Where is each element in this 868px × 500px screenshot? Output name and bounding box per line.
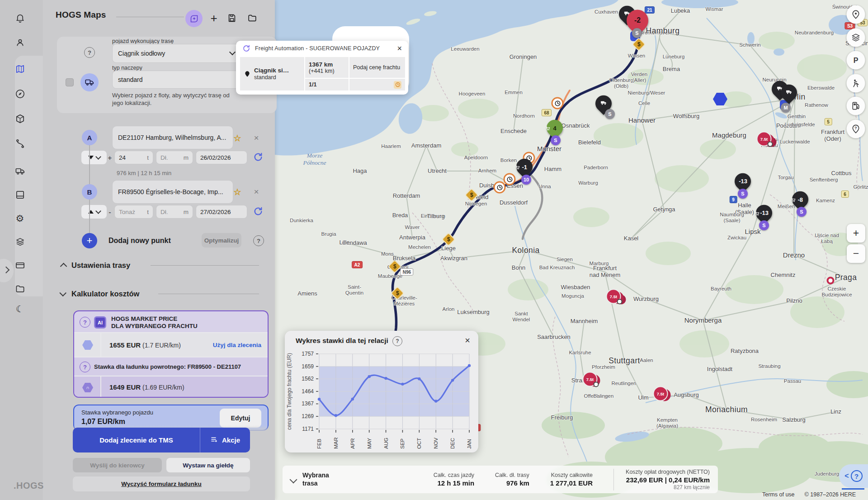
sidebar-item-truck[interactable]	[10, 161, 30, 181]
zoom-in-button[interactable]: +	[847, 224, 865, 243]
star-icon[interactable]: ☆	[233, 187, 241, 197]
edit-rate-button[interactable]: Edytuj	[220, 409, 261, 428]
point-b-input[interactable]: FR89500 Égriselles-le-Bocage, Imp...	[112, 180, 233, 204]
add-point-label[interactable]: Dodaj nowy punkt	[108, 237, 171, 245]
moon-icon: ☾	[16, 304, 24, 314]
map-status-badge[interactable]: 10	[521, 175, 531, 185]
map-status-badge[interactable]: S	[797, 207, 807, 217]
map-city-label: Moguncja	[561, 293, 584, 299]
sidebar-item-moon[interactable]: ☾	[10, 299, 30, 319]
point-a-date-field[interactable]: 26/02/2026	[196, 151, 247, 164]
remove-point-a-icon[interactable]: ×	[254, 133, 259, 143]
map-restriction-marker[interactable]: 7.5t	[583, 372, 598, 387]
refresh-icon[interactable]	[242, 44, 250, 52]
remove-point-b-icon[interactable]: ×	[254, 187, 259, 197]
map-help-widget[interactable]: < ?	[839, 464, 868, 488]
market-help-icon[interactable]: ?	[80, 317, 90, 328]
map-control-fuel[interactable]	[847, 97, 865, 115]
ai-assistant-button[interactable]	[185, 10, 203, 27]
sidebar-item-bell[interactable]	[10, 8, 30, 28]
return-help-icon[interactable]: ?	[80, 362, 90, 372]
chevron-down-icon	[59, 290, 66, 297]
map-city-label: Wurzburg	[633, 296, 659, 303]
road-badge: A2	[352, 261, 363, 268]
point-b-type-dropdown[interactable]	[81, 205, 107, 219]
fleet-truck-button[interactable]	[80, 73, 99, 91]
svg-text:1659: 1659	[302, 363, 314, 370]
add-order-button[interactable]: Dodaj zlecenie do TMS Akcje	[73, 428, 250, 452]
point-b-date-field[interactable]: 27/02/2026	[196, 205, 247, 219]
map-status-badge[interactable]: S	[759, 220, 769, 230]
fleet-vehicle-checkbox[interactable]	[66, 78, 74, 86]
sidebar-item-book[interactable]	[10, 185, 30, 205]
optimize-help-icon[interactable]: ?	[253, 235, 264, 246]
sidebar-item-user[interactable]	[10, 33, 30, 52]
selected-route-toggle[interactable]: Wybrana trasa	[302, 471, 329, 487]
map-rest-stop-marker[interactable]	[494, 181, 506, 194]
use-for-order-link[interactable]: Użyj dla zlecenia	[213, 342, 261, 348]
point-a-input[interactable]: DE21107 Hamburg, Wilhelmsburg, A...	[112, 126, 233, 149]
point-a-type-dropdown[interactable]	[81, 151, 107, 164]
map-city-label: Passau	[784, 378, 801, 384]
map-status-badge[interactable]: S	[632, 28, 642, 38]
map-status-badge[interactable]: S	[605, 109, 615, 119]
map-control-parking[interactable]: P	[847, 51, 865, 70]
schedule-cell[interactable]	[349, 79, 405, 90]
cost-calculator-section[interactable]: Kalkulator kosztów	[60, 290, 139, 298]
refresh-date-b-icon[interactable]	[253, 206, 264, 217]
vehicle-select[interactable]: Ciągnik siodłowy	[112, 44, 241, 63]
terms-of-use-link[interactable]: Terms of use	[762, 491, 795, 498]
sidebar-item-folder[interactable]	[10, 279, 30, 299]
map-dot-marker[interactable]	[827, 277, 835, 285]
map-status-badge[interactable]: M	[781, 103, 791, 113]
sidebar-item-compass[interactable]	[10, 84, 30, 104]
map-control-layers[interactable]	[847, 29, 865, 47]
chart-help-icon[interactable]: ?	[392, 336, 402, 346]
point-a-length-field[interactable]: Dł.m	[156, 151, 193, 164]
map-control-pin-eye[interactable]	[847, 5, 865, 24]
chart-close-icon[interactable]: ×	[465, 335, 470, 346]
publish-exchange-button[interactable]: Wystaw na giełdę	[166, 458, 250, 472]
map-status-badge[interactable]: S	[551, 135, 561, 145]
map-control-pin-question[interactable]: ?	[847, 120, 865, 138]
star-icon[interactable]: ☆	[233, 133, 241, 143]
map-status-badge[interactable]: S	[738, 189, 748, 199]
vehicle-help-icon[interactable]: ?	[84, 47, 95, 58]
map-restriction-marker[interactable]: 7.5t	[653, 386, 668, 401]
chevron-down-icon[interactable]	[290, 476, 297, 483]
map-control-roadworks[interactable]	[847, 74, 865, 93]
refresh-date-a-icon[interactable]	[253, 152, 264, 163]
vehicle-rate-label: Stawka wybranego pojazdu	[81, 409, 153, 416]
add-route-button[interactable]: +	[207, 11, 221, 25]
point-b-length-field[interactable]: Dł.m	[156, 205, 193, 219]
point-b-weight-field[interactable]: Tonażt	[114, 205, 153, 219]
sidebar-item-route[interactable]	[10, 133, 30, 153]
map-restriction-marker[interactable]: 7.5t	[606, 289, 621, 304]
map-rest-stop-marker[interactable]	[552, 97, 564, 110]
svg-text:MAR: MAR	[333, 437, 339, 449]
route-settings-section[interactable]: Ustawienia trasy	[60, 261, 130, 270]
sidebar-item-layers[interactable]	[10, 232, 30, 252]
segment-info: 976 km | 12 h 15 min	[117, 170, 171, 176]
sidebar-item-map[interactable]	[10, 59, 30, 79]
send-to-driver-button[interactable]: Wyślij do kierowcy	[73, 458, 162, 472]
close-icon[interactable]: ×	[397, 44, 402, 53]
point-a-weight-field[interactable]: 24t	[114, 151, 153, 164]
trailer-type-input[interactable]: standard	[112, 71, 241, 89]
actions-button[interactable]: Akcje	[200, 435, 250, 445]
map-rest-stop-marker[interactable]	[504, 173, 516, 186]
book-icon	[15, 190, 25, 200]
map-city-label: Torgau	[778, 175, 793, 181]
save-route-button[interactable]	[225, 11, 239, 25]
suggested-vehicle-cell[interactable]: Ciągnik si… standard	[240, 57, 304, 90]
vehicle-label: pojazd wykonujący trasę	[112, 38, 174, 44]
add-point-button[interactable]: +	[82, 233, 97, 248]
map-restriction-marker[interactable]: 7.5t	[757, 132, 772, 147]
open-folder-button[interactable]	[245, 11, 259, 25]
zoom-out-button[interactable]: −	[847, 244, 865, 263]
sidebar-item-gear[interactable]: ⚙	[10, 208, 30, 228]
clear-form-button[interactable]: Wyczyść formularz ładunku	[73, 476, 250, 491]
price-request-cell[interactable]: Podaj cenę frachtu	[349, 57, 405, 78]
optimize-button[interactable]: Optymalizuj	[202, 233, 241, 248]
sidebar-item-package[interactable]	[10, 109, 30, 129]
